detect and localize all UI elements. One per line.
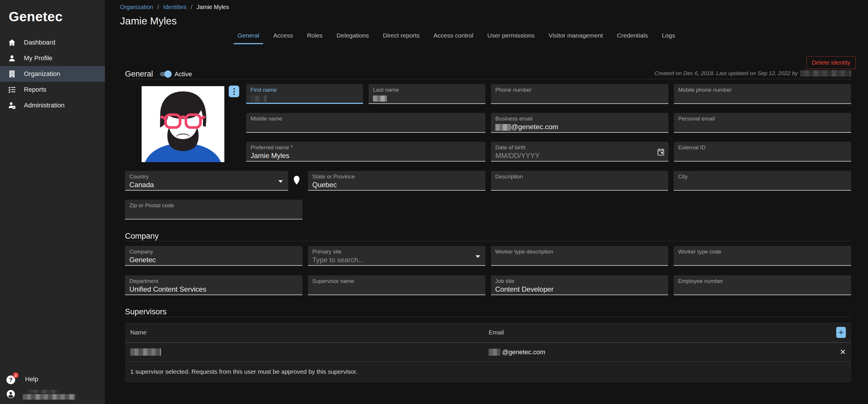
personal-email-label: Personal email — [678, 115, 847, 122]
first-name-field[interactable]: First name — [246, 84, 363, 104]
first-name-label: First name — [251, 87, 359, 93]
supervisors-table-header: Name Email + — [125, 323, 851, 343]
city-label: City — [678, 173, 847, 180]
department-field[interactable]: Department Unified Content Services — [125, 275, 303, 295]
company-label: Company — [129, 248, 298, 255]
last-name-field[interactable]: Last name — [369, 84, 486, 104]
supervisors-note: 1 supervisor selected. Requests from thi… — [125, 362, 851, 375]
company-section-title: Company — [125, 232, 159, 241]
description-field[interactable]: Description — [491, 171, 669, 191]
worker-type-description-field[interactable]: Worker type description — [491, 246, 669, 266]
primary-site-dropdown[interactable]: Primary site Type to search... — [308, 246, 486, 266]
help-badge: 2 — [13, 372, 19, 378]
external-id-field[interactable]: External ID — [674, 142, 851, 162]
zip-postal-code-field[interactable]: Zip or Postal code — [125, 200, 303, 220]
map-pin-icon[interactable] — [293, 175, 301, 186]
add-supervisor-button[interactable]: + — [836, 327, 846, 338]
supervisors-section-header: Supervisors — [125, 307, 851, 317]
general-section-header: General Active Created on Dec 6, 2018. L… — [125, 69, 851, 79]
job-title-value: Content Developer — [495, 285, 664, 293]
sidebar-item-reports[interactable]: Reports — [0, 82, 105, 98]
current-user-button[interactable] — [0, 387, 105, 402]
help-label: Help — [25, 375, 38, 383]
country-label: Country — [129, 173, 284, 180]
help-button[interactable]: ? 2 Help — [0, 371, 105, 387]
external-id-label: External ID — [678, 144, 847, 151]
sidebar-item-administration[interactable]: Administration — [0, 98, 105, 113]
general-section-title: General — [125, 70, 153, 78]
company-field[interactable]: Company Genetec — [125, 246, 303, 266]
supervisor-row[interactable]: @genetec.com ✕ — [125, 343, 851, 362]
mobile-phone-number-field[interactable]: Mobile phone number — [674, 84, 851, 104]
sidebar: Genetec Dashboard My Profile Organizatio… — [0, 0, 105, 404]
sidebar-item-organization[interactable]: Organization — [0, 66, 105, 82]
state-province-field[interactable]: State or Province Quebec — [308, 171, 486, 191]
employee-number-label: Employee number — [678, 278, 847, 284]
mobile-phone-number-label: Mobile phone number — [678, 87, 847, 93]
user-gear-icon — [7, 101, 16, 110]
preferred-name-field[interactable]: Preferred name * Jamie Myles — [246, 142, 486, 162]
sidebar-bottom: ? 2 Help — [0, 371, 105, 404]
column-header-email: Email — [489, 329, 831, 336]
sidebar-item-label: My Profile — [24, 55, 53, 62]
preferred-name-value: Jamie Myles — [251, 152, 481, 160]
company-value: Genetec — [129, 256, 298, 264]
redacted-supervisor-name — [130, 348, 161, 356]
job-title-field[interactable]: Job title Content Developer — [491, 275, 669, 295]
redacted-supervisor-email-prefix — [489, 349, 500, 356]
middle-name-field[interactable]: Middle name — [246, 113, 486, 133]
state-province-label: State or Province — [312, 173, 481, 180]
department-value: Unified Content Services — [129, 285, 298, 293]
chevron-down-icon — [475, 255, 480, 258]
sidebar-nav: Dashboard My Profile Organization Report… — [0, 35, 105, 113]
supervisors-section-title: Supervisors — [125, 307, 167, 316]
remove-supervisor-button[interactable]: ✕ — [840, 348, 846, 356]
department-label: Department — [129, 278, 298, 284]
redacted-first-name — [251, 96, 267, 102]
main-content: Organization / Identities / Jamie Myles … — [105, 0, 868, 404]
sidebar-item-label: Dashboard — [24, 39, 55, 46]
active-toggle[interactable] — [160, 72, 171, 76]
genetec-logo: Genetec — [9, 9, 105, 25]
personal-email-field[interactable]: Personal email — [674, 113, 851, 133]
column-header-name: Name — [130, 329, 489, 336]
general-tab-content: General Active Created on Dec 6, 2018. L… — [125, 0, 851, 404]
date-of-birth-field[interactable]: Date of birth MM/DD/YYYY — [491, 142, 669, 162]
sidebar-item-my-profile[interactable]: My Profile — [0, 50, 105, 66]
phone-number-field[interactable]: Phone number — [491, 84, 669, 104]
supervisor-email-suffix: @genetec.com — [502, 348, 545, 356]
sidebar-item-dashboard[interactable]: Dashboard — [0, 35, 105, 50]
preferred-name-label: Preferred name * — [251, 144, 481, 151]
primary-site-placeholder: Type to search... — [312, 256, 481, 264]
business-email-field[interactable]: Business email @genetec.com — [491, 113, 669, 133]
primary-site-label: Primary site — [312, 248, 481, 255]
sidebar-item-label: Administration — [24, 102, 64, 109]
country-value: Canada — [129, 181, 284, 189]
building-icon — [7, 70, 16, 78]
checklist-icon — [7, 85, 16, 94]
middle-name-label: Middle name — [251, 115, 481, 122]
calendar-icon[interactable] — [657, 148, 664, 157]
city-field[interactable]: City — [674, 171, 851, 191]
chevron-down-icon — [278, 180, 283, 183]
sidebar-item-label: Reports — [24, 86, 46, 94]
worker-type-code-field[interactable]: Worker type code — [674, 246, 851, 266]
photo-options-kebab-button[interactable] — [229, 86, 239, 97]
phone-number-label: Phone number — [495, 87, 664, 93]
country-cell: Country Canada — [125, 171, 303, 191]
redacted-email-prefix — [495, 124, 511, 131]
country-dropdown[interactable]: Country Canada — [125, 171, 288, 191]
employee-number-field[interactable]: Employee number — [674, 275, 851, 295]
address-fields-grid: Country Canada State or Province Quebec … — [125, 171, 851, 220]
worker-type-code-label: Worker type code — [678, 248, 847, 255]
description-label: Description — [495, 173, 664, 180]
redacted-updated-by — [800, 70, 851, 76]
company-section-header: Company — [125, 231, 851, 241]
sidebar-item-label: Organization — [24, 70, 60, 78]
worker-type-description-label: Worker type description — [495, 248, 664, 255]
redacted-user-name — [23, 390, 75, 400]
supervisors-table: Name Email + @genetec.com ✕ 1 supervisor… — [125, 323, 851, 382]
supervisor-name-field[interactable]: Supervisor name — [308, 275, 486, 295]
profile-photo — [142, 86, 224, 162]
date-of-birth-label: Date of birth — [495, 144, 664, 151]
